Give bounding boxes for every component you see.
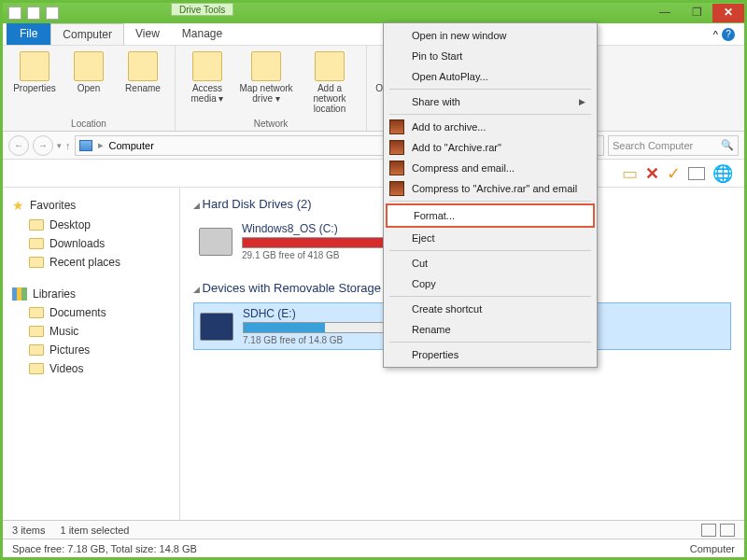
sidebar-item-music[interactable]: Music xyxy=(7,322,176,341)
tab-view[interactable]: View xyxy=(124,23,171,45)
access-media-button[interactable]: Access media ▾ xyxy=(181,49,233,117)
cm-format[interactable]: Format... xyxy=(386,203,595,228)
location-label: Computer xyxy=(686,543,735,554)
cm-properties[interactable]: Properties xyxy=(386,344,595,365)
sidebar-item-documents[interactable]: Documents xyxy=(7,303,176,322)
rar-icon xyxy=(389,161,404,175)
folder-icon xyxy=(29,307,44,318)
folder-icon xyxy=(29,363,44,374)
status-bar: 3 items 1 item selected xyxy=(3,520,744,539)
separator xyxy=(389,89,591,90)
minimize-button[interactable]: — xyxy=(649,4,681,22)
map-drive-button[interactable]: Map network drive ▾ xyxy=(235,49,297,117)
ribbon: Properties Open Rename Location Access m… xyxy=(3,46,744,132)
open-button[interactable]: Open xyxy=(63,49,115,117)
submenu-arrow-icon: ▶ xyxy=(579,97,585,106)
tool-icon[interactable] xyxy=(688,167,705,180)
cm-pin-start[interactable]: Pin to Start xyxy=(386,46,595,66)
cm-create-shortcut[interactable]: Create shortcut xyxy=(386,299,595,319)
properties-button[interactable]: Properties xyxy=(8,49,61,117)
forward-button[interactable]: → xyxy=(33,135,53,156)
tab-computer[interactable]: Computer xyxy=(50,23,124,45)
cm-add-archive[interactable]: Add to archive... xyxy=(386,117,595,137)
separator xyxy=(389,296,591,297)
sidebar-item-desktop[interactable]: Desktop xyxy=(7,216,176,234)
help-icon[interactable]: ? xyxy=(722,28,735,41)
titlebar: Drive Tools — ❐ ✕ xyxy=(3,3,744,23)
space-info: Space free: 7.18 GB, Total size: 14.8 GB xyxy=(12,543,197,554)
close-button[interactable]: ✕ xyxy=(712,4,744,22)
separator xyxy=(389,201,591,202)
folder-icon xyxy=(29,257,44,268)
folder-icon xyxy=(29,238,44,249)
content-area: ★Favorites Desktop Downloads Recent plac… xyxy=(3,188,744,520)
group-label: Location xyxy=(8,119,169,129)
rename-button[interactable]: Rename xyxy=(117,49,169,117)
navigation-pane: ★Favorites Desktop Downloads Recent plac… xyxy=(3,188,180,520)
context-menu: Open in new window Pin to Start Open Aut… xyxy=(383,22,598,368)
cm-compress-rar-email[interactable]: Compress to "Archive.rar" and email xyxy=(386,178,595,199)
libraries-icon xyxy=(12,287,27,301)
usage-bar xyxy=(242,237,401,248)
sidebar-item-pictures[interactable]: Pictures xyxy=(7,341,176,359)
cm-eject[interactable]: Eject xyxy=(386,228,595,248)
details-view-icon[interactable] xyxy=(701,524,716,537)
cm-cut[interactable]: Cut xyxy=(386,253,595,273)
separator xyxy=(389,114,591,115)
qat-icon[interactable] xyxy=(8,7,21,20)
sdcard-icon xyxy=(200,313,233,341)
search-icon: 🔍 xyxy=(721,139,734,151)
qat-icon[interactable] xyxy=(27,7,40,20)
folder-icon xyxy=(29,344,44,356)
ribbon-collapse-icon[interactable]: ^ xyxy=(713,29,718,40)
cm-compress-email[interactable]: Compress and email... xyxy=(386,158,595,178)
libraries-header[interactable]: Libraries xyxy=(7,285,176,303)
cm-add-rar[interactable]: Add to "Archive.rar" xyxy=(386,137,595,158)
usage-bar xyxy=(243,322,402,333)
explorer-window: Drive Tools — ❐ ✕ File Computer View Man… xyxy=(0,0,747,560)
computer-icon xyxy=(79,140,92,151)
globe-icon[interactable]: 🌐 xyxy=(712,163,733,184)
details-bar: Space free: 7.18 GB, Total size: 14.8 GB… xyxy=(3,539,744,557)
ribbon-tabs: File Computer View Manage ^ ? xyxy=(3,23,744,46)
cm-autoplay[interactable]: Open AutoPlay... xyxy=(386,66,595,87)
separator xyxy=(389,342,591,343)
drive-icon xyxy=(199,228,233,256)
quick-access-toolbar[interactable] xyxy=(3,7,59,20)
history-dropdown-icon[interactable]: ▾ xyxy=(57,141,62,150)
tiles-view-icon[interactable] xyxy=(720,524,735,537)
qat-icon[interactable] xyxy=(46,7,59,20)
cm-rename[interactable]: Rename xyxy=(386,319,595,340)
cm-copy[interactable]: Copy xyxy=(386,273,595,294)
selected-count: 1 item selected xyxy=(60,525,129,536)
delete-icon[interactable]: ✕ xyxy=(645,163,659,184)
folder-icon xyxy=(29,219,44,231)
rar-icon xyxy=(389,181,404,196)
up-button[interactable]: ↑ xyxy=(65,140,71,151)
tool-row: ▭ ✕ ✓ 🌐 xyxy=(3,160,744,188)
rar-icon xyxy=(389,119,404,134)
sidebar-item-downloads[interactable]: Downloads xyxy=(7,234,176,253)
tool-icon[interactable]: ▭ xyxy=(622,163,638,184)
separator xyxy=(389,250,591,251)
group-label: Network xyxy=(181,119,360,129)
favorites-header[interactable]: ★Favorites xyxy=(7,195,176,216)
cm-open-new-window[interactable]: Open in new window xyxy=(386,25,595,46)
star-icon: ★ xyxy=(12,198,24,213)
add-network-location-button[interactable]: Add a network location xyxy=(299,49,360,117)
maximize-button[interactable]: ❐ xyxy=(681,4,712,22)
search-input[interactable]: Search Computer 🔍 xyxy=(608,135,739,156)
sidebar-item-recent[interactable]: Recent places xyxy=(7,253,176,272)
tab-manage[interactable]: Manage xyxy=(171,23,233,45)
breadcrumb[interactable]: Computer xyxy=(109,140,154,151)
folder-icon xyxy=(29,326,44,337)
sidebar-item-videos[interactable]: Videos xyxy=(7,359,176,378)
drive-tools-tab[interactable]: Drive Tools xyxy=(171,3,233,16)
item-count: 3 items xyxy=(12,525,45,536)
rar-icon xyxy=(389,140,404,155)
file-tab[interactable]: File xyxy=(7,23,50,45)
check-icon[interactable]: ✓ xyxy=(667,163,681,184)
address-bar: ← → ▾ ↑ ▸ Computer Search Computer 🔍 xyxy=(3,132,744,160)
back-button[interactable]: ← xyxy=(8,135,29,156)
cm-share-with[interactable]: Share with▶ xyxy=(386,91,595,112)
